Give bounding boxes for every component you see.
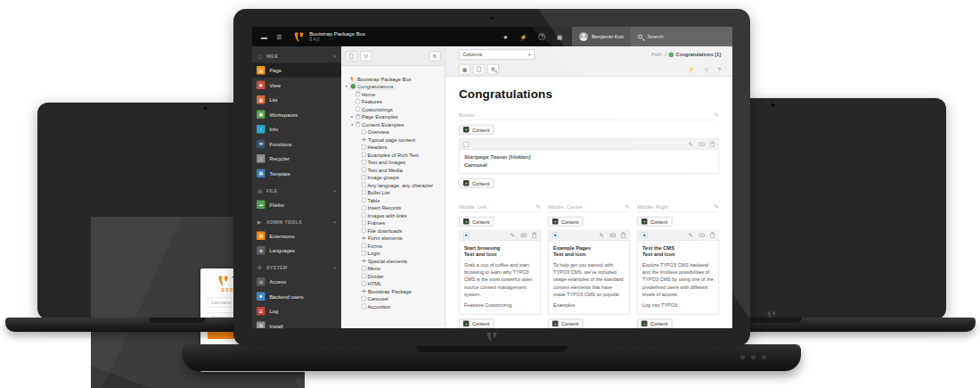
- tree-item[interactable]: Insert Records: [341, 204, 445, 212]
- delete-icon[interactable]: [533, 233, 537, 237]
- edit-icon[interactable]: ✎: [689, 233, 693, 239]
- module-menu-item[interactable]: ▩ Extensions: [252, 228, 341, 244]
- add-content-button[interactable]: Content: [459, 217, 494, 227]
- help-icon[interactable]: ?: [539, 33, 546, 40]
- tree-item[interactable]: Image groups: [341, 174, 445, 182]
- section-header-file[interactable]: ▤ FILE ▾: [252, 184, 341, 197]
- view-mode-button[interactable]: ▦: [459, 64, 470, 75]
- tree-item[interactable]: Bootstrap Package Box: [341, 75, 445, 83]
- module-menu-item[interactable]: i Info: [252, 122, 341, 137]
- bookmark-icon[interactable]: ☆: [704, 66, 709, 73]
- new-page-button[interactable]: [346, 51, 357, 61]
- visibility-icon[interactable]: [699, 143, 706, 147]
- add-content-button[interactable]: Content: [459, 319, 494, 328]
- module-menu-item[interactable]: ◉ View: [252, 78, 341, 93]
- tree-item-icon: [362, 251, 366, 256]
- section-header-system[interactable]: ⚙ SYSTEM ▾: [252, 261, 341, 275]
- module-menu-item[interactable]: ▤ Page: [252, 63, 341, 78]
- tree-item[interactable]: Headers: [341, 144, 445, 152]
- module-menu-item[interactable]: ⚙ Install: [252, 318, 341, 328]
- clear-cache-bolt-icon[interactable]: ⚡: [519, 33, 527, 40]
- add-content-button[interactable]: Content: [459, 125, 494, 135]
- topbar-search[interactable]: [631, 27, 732, 46]
- visibility-icon[interactable]: [610, 234, 617, 238]
- module-menu-item[interactable]: ▣ Workspaces: [252, 107, 341, 122]
- tree-item[interactable]: Bullet List: [341, 189, 445, 197]
- tree-item[interactable]: HTML: [341, 280, 445, 288]
- tree-item[interactable]: ▾ Congratulations: [341, 83, 445, 91]
- list-toggle-icon[interactable]: ☰: [276, 33, 282, 40]
- teaser-links[interactable]: Features Customizing: [464, 301, 535, 308]
- filter-button[interactable]: ▽: [361, 51, 372, 61]
- add-content-button[interactable]: Content: [637, 319, 672, 328]
- cache-bolt-icon[interactable]: ⚡: [688, 66, 695, 73]
- section-header-admin-tools[interactable]: ▶ ADMIN TOOLS ▾: [252, 215, 341, 228]
- teaser-links[interactable]: Examples: [553, 301, 625, 308]
- refresh-tree-button[interactable]: ↻: [429, 51, 441, 61]
- tree-item[interactable]: ▸ Page Examples: [341, 113, 445, 121]
- tree-item[interactable]: Features: [341, 98, 445, 106]
- tree-item[interactable]: Table: [341, 196, 445, 204]
- edit-column-icon[interactable]: ✎: [625, 203, 630, 211]
- section-header-web[interactable]: ▢ WEB ▾: [252, 50, 341, 63]
- module-menu-item[interactable]: ▯ Recycler: [252, 152, 341, 167]
- tree-item[interactable]: Bootstrap Package: [341, 287, 445, 295]
- tree-item[interactable]: Home: [341, 90, 445, 98]
- columns-select[interactable]: Columns ▾: [459, 49, 535, 60]
- module-grid-icon[interactable]: ▦: [557, 33, 562, 40]
- tree-item[interactable]: Text and Media: [341, 166, 445, 174]
- help-icon[interactable]: ?: [718, 66, 721, 72]
- module-menu-item[interactable]: ▦ List: [252, 93, 341, 108]
- module-menu-item[interactable]: ✉ Functions: [252, 136, 341, 152]
- tree-item[interactable]: Images with links: [341, 211, 445, 219]
- tree-item[interactable]: Special elements: [341, 257, 445, 265]
- module-menu-item[interactable]: ▦ Template: [252, 166, 341, 181]
- tree-item[interactable]: Divider: [341, 272, 445, 280]
- edit-icon[interactable]: ✎: [510, 233, 515, 239]
- module-menu-item[interactable]: ☻ Backend users: [252, 289, 341, 304]
- tree-item[interactable]: Carousel: [341, 295, 445, 303]
- tree-item[interactable]: Frames: [341, 219, 445, 227]
- tree-item[interactable]: File downloads: [341, 227, 445, 235]
- edit-icon[interactable]: ✎: [600, 233, 604, 239]
- tree-item[interactable]: Accordion: [341, 302, 445, 310]
- tree-item[interactable]: Login: [341, 250, 445, 258]
- tree-item[interactable]: Customizings: [341, 105, 445, 113]
- select-checkbox[interactable]: [463, 142, 469, 147]
- edit-icon[interactable]: ✎: [689, 142, 693, 148]
- visibility-icon[interactable]: [699, 234, 706, 238]
- left-laptop-notch: [149, 318, 206, 323]
- teaser-links[interactable]: Log into TYPO3: [642, 301, 714, 308]
- tree-item[interactable]: Any language, any character: [341, 181, 445, 189]
- edit-column-icon[interactable]: ✎: [715, 111, 719, 119]
- visibility-icon[interactable]: [521, 234, 527, 238]
- tree-item[interactable]: Forms: [341, 242, 445, 250]
- menu-collapse-icon[interactable]: ▬: [261, 33, 267, 40]
- tree-item[interactable]: ▾ Content Examples: [341, 120, 445, 128]
- tree-item[interactable]: Typical page content: [341, 136, 445, 144]
- tree-item[interactable]: Text and Images: [341, 159, 445, 167]
- tree-item[interactable]: Menu: [341, 265, 445, 273]
- edit-column-icon[interactable]: ✎: [715, 203, 719, 211]
- delete-icon[interactable]: [622, 233, 626, 237]
- tree-item[interactable]: Examples of Rich Text: [341, 151, 445, 159]
- search-record-button[interactable]: [487, 64, 499, 75]
- user-menu[interactable]: Benjamin Kott: [572, 27, 631, 46]
- tree-item[interactable]: Form elements: [341, 235, 445, 243]
- tree-item[interactable]: Overview: [341, 128, 445, 136]
- module-menu-item[interactable]: ⊕ Languages: [252, 244, 341, 259]
- bookmark-star-icon[interactable]: ★: [503, 33, 509, 40]
- module-menu-item[interactable]: ⊙ Access: [252, 275, 341, 290]
- edit-column-icon[interactable]: ✎: [536, 203, 541, 211]
- delete-icon[interactable]: [711, 233, 715, 237]
- add-content-button[interactable]: Content: [637, 217, 672, 227]
- module-menu-item[interactable]: ☰ Log: [252, 304, 341, 319]
- add-content-button[interactable]: Content: [548, 217, 583, 227]
- add-content-button[interactable]: Content: [548, 319, 583, 328]
- new-record-button[interactable]: [473, 64, 485, 75]
- search-input[interactable]: [647, 34, 714, 40]
- add-content-button[interactable]: Content: [459, 178, 494, 188]
- teaser-subtitle: Text and Icon: [553, 252, 625, 259]
- delete-icon[interactable]: [711, 142, 715, 146]
- module-menu-item[interactable]: ☁ Filelist: [252, 197, 341, 212]
